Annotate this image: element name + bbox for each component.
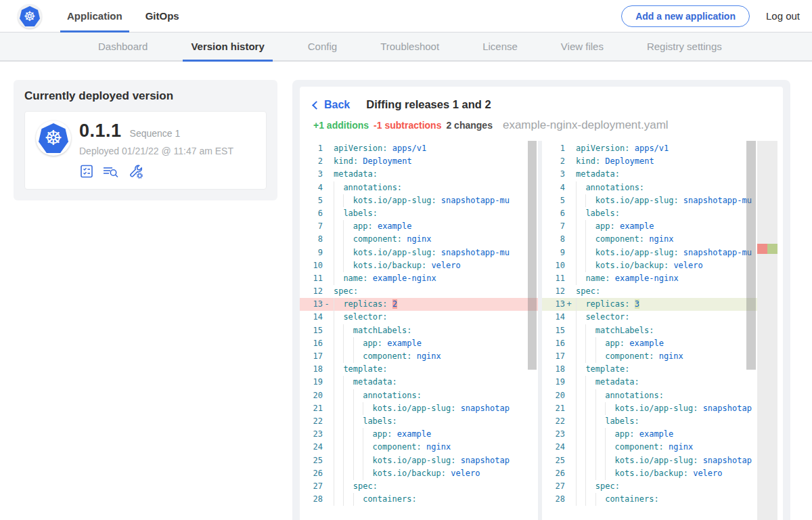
diff-line: 12spec: bbox=[300, 285, 538, 298]
code-text: replicas: 2 bbox=[331, 298, 538, 311]
code-text: spec: bbox=[331, 480, 538, 493]
top-tab-application[interactable]: Application bbox=[66, 0, 124, 32]
indent-guide bbox=[353, 493, 363, 506]
indent-guide bbox=[605, 441, 614, 454]
wrench-gear-icon[interactable] bbox=[128, 163, 144, 179]
subnav-tab-troubleshoot[interactable]: Troubleshoot bbox=[372, 32, 447, 60]
indent-guide bbox=[576, 207, 585, 220]
diff-sign bbox=[565, 376, 573, 389]
code-text: component: nginx bbox=[331, 233, 538, 246]
diff-line: 2kind: Deployment bbox=[300, 155, 538, 168]
indent-guide bbox=[576, 259, 585, 272]
line-number: 20 bbox=[300, 389, 323, 402]
indent-guide bbox=[576, 298, 585, 311]
scrollbar-thumb[interactable] bbox=[528, 141, 537, 370]
subnav-tab-version-history[interactable]: Version history bbox=[183, 32, 272, 60]
diff-sign bbox=[565, 259, 573, 272]
indent-guide bbox=[576, 454, 585, 467]
line-number: 5 bbox=[542, 194, 565, 207]
diff-line: 7app: example bbox=[300, 220, 538, 233]
diff-line: 23app: example bbox=[300, 428, 538, 441]
line-number: 4 bbox=[300, 181, 323, 194]
indent-guide bbox=[576, 389, 585, 402]
indent-guide bbox=[334, 259, 343, 272]
indent-guide bbox=[363, 454, 372, 467]
top-tab-gitops[interactable]: GitOps bbox=[144, 0, 181, 32]
diff-line: 3metadata: bbox=[300, 168, 538, 181]
subnav-tab-license[interactable]: License bbox=[474, 32, 526, 60]
log-search-icon[interactable] bbox=[102, 164, 120, 179]
diff-line: 11name: example-nginx bbox=[300, 272, 538, 285]
diff-sign bbox=[565, 272, 573, 285]
indent-guide bbox=[595, 350, 605, 363]
line-number: 15 bbox=[300, 324, 323, 337]
diff-line: 28containers: bbox=[300, 493, 538, 506]
diff-sign bbox=[565, 324, 573, 337]
add-application-button[interactable]: Add a new application bbox=[621, 5, 750, 27]
indent-guide bbox=[585, 259, 595, 272]
line-number: 8 bbox=[300, 233, 323, 246]
subnav-tab-view-files[interactable]: View files bbox=[553, 32, 612, 60]
indent-guide bbox=[585, 389, 595, 402]
code-text: component: nginx bbox=[331, 441, 538, 454]
line-number: 18 bbox=[542, 363, 565, 376]
subnav-tab-dashboard[interactable]: Dashboard bbox=[90, 32, 156, 60]
indent-guide bbox=[334, 467, 343, 480]
scrollbar-thumb[interactable] bbox=[746, 141, 756, 370]
diff-sign bbox=[565, 168, 573, 181]
code-text: kots.io/backup: velero bbox=[573, 467, 777, 480]
indent-guide bbox=[334, 402, 343, 415]
diff-sign bbox=[323, 363, 331, 376]
indent-guide bbox=[576, 376, 585, 389]
diff-sign bbox=[323, 493, 331, 506]
indent-guide bbox=[576, 441, 585, 454]
back-link[interactable]: Back bbox=[313, 99, 350, 111]
diff-line: 26kots.io/backup: velero bbox=[300, 467, 538, 480]
back-label: Back bbox=[324, 99, 350, 111]
line-number: 9 bbox=[542, 246, 565, 259]
code-text: matchLabels: bbox=[331, 324, 538, 337]
code-text: annotations: bbox=[573, 389, 777, 402]
diff-sign bbox=[323, 207, 331, 220]
indent-guide bbox=[353, 415, 363, 428]
diff-line: 14selector: bbox=[300, 311, 538, 324]
line-number: 19 bbox=[300, 376, 323, 389]
indent-guide bbox=[353, 454, 363, 467]
code-text: metadata: bbox=[573, 376, 777, 389]
logout-button[interactable]: Log out bbox=[766, 10, 800, 22]
indent-guide bbox=[334, 376, 343, 389]
code-text: kots.io/app-slug: snapshotap bbox=[331, 454, 538, 467]
line-number: 20 bbox=[542, 389, 565, 402]
line-number: 14 bbox=[300, 311, 323, 324]
diff-sign bbox=[323, 220, 331, 233]
indent-guide bbox=[585, 467, 595, 480]
line-number: 24 bbox=[542, 441, 565, 454]
subnav-tab-registry-settings[interactable]: Registry settings bbox=[639, 32, 730, 60]
checklist-icon[interactable] bbox=[79, 164, 94, 179]
diff-line: 8component: nginx bbox=[542, 233, 777, 246]
indent-guide bbox=[576, 246, 585, 259]
diff-line: 16app: example bbox=[542, 337, 777, 350]
indent-guide bbox=[334, 454, 343, 467]
code-text: component: nginx bbox=[331, 350, 538, 363]
subtractions-count: -1 subtractions bbox=[374, 120, 441, 131]
diff-overview-ruler[interactable] bbox=[757, 141, 777, 520]
chevron-left-icon bbox=[312, 101, 321, 110]
indent-guide bbox=[585, 233, 595, 246]
code-text: app: example bbox=[331, 220, 538, 233]
indent-guide bbox=[576, 402, 585, 415]
indent-guide bbox=[595, 493, 605, 506]
sequence-label: Sequence 1 bbox=[130, 128, 181, 139]
indent-guide bbox=[343, 428, 353, 441]
diff-line: 11name: example-nginx bbox=[542, 272, 777, 285]
indent-guide bbox=[576, 337, 585, 350]
indent-guide bbox=[334, 350, 343, 363]
indent-guide bbox=[576, 467, 585, 480]
line-number: 22 bbox=[542, 415, 565, 428]
subnav-tab-config[interactable]: Config bbox=[300, 32, 345, 60]
code-text: name: example-nginx bbox=[331, 272, 538, 285]
line-number: 27 bbox=[542, 480, 565, 493]
indent-guide bbox=[585, 428, 595, 441]
indent-guide bbox=[334, 207, 343, 220]
indent-guide bbox=[585, 402, 595, 415]
